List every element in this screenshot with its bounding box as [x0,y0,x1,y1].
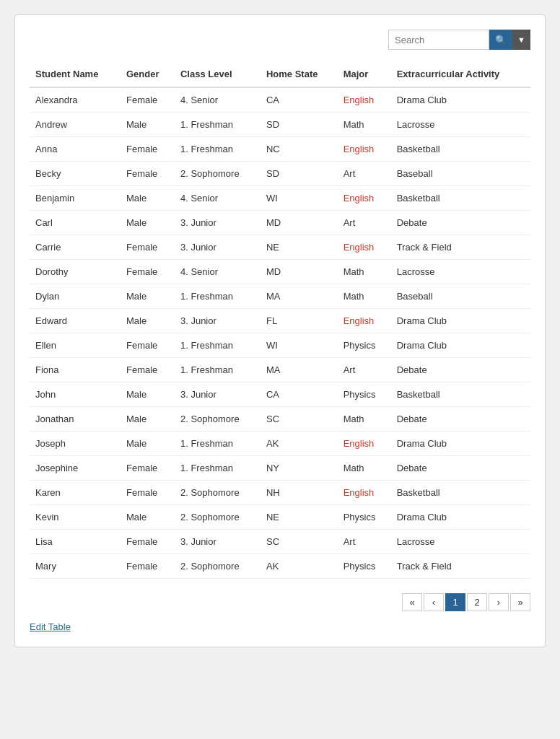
cell-major: English [338,481,391,505]
table-row: BeckyFemale2. SophomoreSDArtBaseball [30,162,530,186]
cell-home_state: SD [261,162,338,186]
cell-major: Math [338,456,391,481]
cell-gender: Female [121,87,175,113]
table-row: CarrieFemale3. JuniorNEEnglishTrack & Fi… [30,235,530,260]
search-input[interactable] [388,30,489,50]
cell-class_level: 2. Sophomore [175,162,261,186]
cell-class_level: 1. Freshman [175,456,261,481]
cell-major: Physics [338,382,391,407]
main-container: 🔍 ▼ Student Name Gender Class Level Home… [14,14,546,647]
cell-class_level: 1. Freshman [175,333,261,358]
cell-major: Art [338,530,391,554]
cell-activity: Basketball [391,186,530,211]
cell-activity: Track & Field [391,554,530,579]
cell-name: Edward [30,309,121,333]
cell-home_state: CA [261,87,338,113]
cell-class_level: 3. Junior [175,235,261,260]
cell-gender: Female [121,333,175,358]
cell-name: Josephine [30,456,121,481]
page-last-button[interactable]: » [510,593,530,611]
cell-activity: Basketball [391,137,530,162]
cell-major: Math [338,260,391,284]
cell-major: English [338,87,391,113]
cell-name: Carl [30,211,121,235]
cell-gender: Female [121,137,175,162]
table-row: AlexandraFemale4. SeniorCAEnglishDrama C… [30,87,530,113]
search-button[interactable]: 🔍 [489,30,512,50]
table-row: AndrewMale1. FreshmanSDMathLacrosse [30,113,530,137]
cell-class_level: 1. Freshman [175,284,261,309]
cell-gender: Male [121,186,175,211]
cell-home_state: NY [261,456,338,481]
cell-class_level: 1. Freshman [175,432,261,456]
cell-name: Dylan [30,284,121,309]
cell-gender: Female [121,260,175,284]
student-table: Student Name Gender Class Level Home Sta… [30,61,530,579]
cell-name: Lisa [30,530,121,554]
cell-home_state: CA [261,382,338,407]
table-row: AnnaFemale1. FreshmanNCEnglishBasketball [30,137,530,162]
cell-home_state: WI [261,186,338,211]
cell-gender: Male [121,284,175,309]
cell-gender: Male [121,505,175,530]
cell-activity: Track & Field [391,235,530,260]
cell-class_level: 4. Senior [175,87,261,113]
cell-class_level: 1. Freshman [175,358,261,382]
cell-major: Math [338,113,391,137]
cell-name: Anna [30,137,121,162]
cell-activity: Lacrosse [391,530,530,554]
cell-class_level: 1. Freshman [175,137,261,162]
cell-activity: Baseball [391,284,530,309]
cell-activity: Baseball [391,162,530,186]
cell-activity: Drama Club [391,333,530,358]
cell-home_state: NE [261,505,338,530]
page-2-button[interactable]: 2 [467,593,487,611]
cell-major: Art [338,358,391,382]
cell-major: English [338,309,391,333]
cell-class_level: 3. Junior [175,309,261,333]
table-row: KevinMale2. SophomoreNEPhysicsDrama Club [30,505,530,530]
col-header-state: Home State [261,61,338,87]
cell-home_state: NE [261,235,338,260]
cell-gender: Male [121,407,175,432]
table-row: KarenFemale2. SophomoreNHEnglishBasketba… [30,481,530,505]
cell-name: Joseph [30,432,121,456]
col-header-activity: Extracurricular Activity [391,61,530,87]
cell-activity: Debate [391,456,530,481]
table-row: JosephineFemale1. FreshmanNYMathDebate [30,456,530,481]
cell-name: Fiona [30,358,121,382]
cell-home_state: FL [261,309,338,333]
cell-home_state: NC [261,137,338,162]
cell-gender: Female [121,235,175,260]
page-prev-button[interactable]: ‹ [424,593,444,611]
table-row: JohnMale3. JuniorCAPhysicsBasketball [30,382,530,407]
cell-class_level: 2. Sophomore [175,481,261,505]
cell-major: Art [338,211,391,235]
filter-dropdown-button[interactable]: ▼ [512,30,530,50]
cell-activity: Drama Club [391,432,530,456]
page-next-button[interactable]: › [489,593,509,611]
table-row: JonathanMale2. SophomoreSCMathDebate [30,407,530,432]
table-row: JosephMale1. FreshmanAKEnglishDrama Club [30,432,530,456]
edit-table-link[interactable]: Edit Table [30,621,530,632]
cell-home_state: MA [261,358,338,382]
cell-gender: Female [121,530,175,554]
search-wrap: 🔍 ▼ [388,30,530,50]
page-1-button[interactable]: 1 [445,593,465,611]
cell-name: John [30,382,121,407]
cell-home_state: MD [261,260,338,284]
cell-activity: Drama Club [391,309,530,333]
page-first-button[interactable]: « [402,593,422,611]
cell-activity: Debate [391,358,530,382]
table-row: MaryFemale2. SophomoreAKPhysicsTrack & F… [30,554,530,579]
cell-activity: Lacrosse [391,260,530,284]
cell-activity: Basketball [391,382,530,407]
cell-gender: Female [121,456,175,481]
table-row: CarlMale3. JuniorMDArtDebate [30,211,530,235]
cell-name: Dorothy [30,260,121,284]
chevron-down-icon: ▼ [517,35,525,44]
cell-home_state: SC [261,407,338,432]
search-icon: 🔍 [495,35,507,45]
cell-gender: Male [121,382,175,407]
cell-class_level: 2. Sophomore [175,407,261,432]
